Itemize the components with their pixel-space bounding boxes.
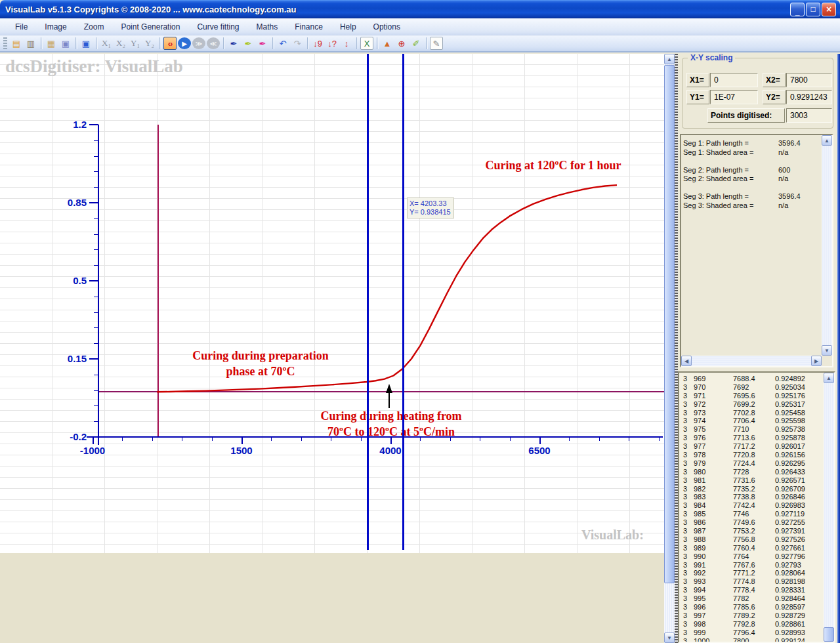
fast-forward-icon[interactable]: ≫	[192, 37, 205, 49]
table-row[interactable]: 39817731.60.926571	[679, 476, 822, 485]
table-row[interactable]: 39997796.40.928993	[679, 629, 822, 637]
table-row[interactable]: 39937774.80.928198	[679, 577, 822, 586]
scroll-down-icon[interactable]: ▼	[664, 633, 675, 643]
table-row[interactable]: 39767713.60.925878	[679, 434, 822, 442]
rewind-icon[interactable]: ≪	[207, 37, 220, 49]
toolbar-grip[interactable]	[3, 37, 7, 49]
table-row[interactable]: 39887756.80.927526	[679, 535, 822, 544]
table-row[interactable]: 398577460.927119	[679, 510, 822, 518]
menu-point-generation[interactable]: Point Generation	[112, 20, 188, 34]
x2-input[interactable]: 7800	[786, 73, 832, 87]
menu-maths[interactable]: Maths	[247, 20, 286, 34]
menu-file[interactable]: File	[7, 20, 36, 34]
y-value-cell: 0.926846	[770, 493, 822, 501]
undo-icon[interactable]: ↶	[276, 37, 289, 50]
table-row[interactable]: 39867749.60.927255	[679, 518, 822, 527]
flip-vertical-icon[interactable]: ↕	[340, 37, 353, 50]
closed-folder-icon[interactable]: ▦	[45, 37, 58, 50]
y1-point-button[interactable]: Y₁	[129, 37, 142, 50]
ink-pen-pink-icon[interactable]: ✒	[256, 37, 269, 50]
table-row[interactable]: 397577100.925738	[679, 425, 822, 434]
chart-canvas[interactable]: dcsDigitiser: VisualLab VisualLab: Curin…	[0, 54, 664, 643]
points-digitised-input[interactable]: 3003	[786, 108, 832, 123]
maximize-button[interactable]: □	[806, 3, 820, 16]
table-row[interactable]: 39777717.20.926017	[679, 442, 822, 451]
sort-descending-icon[interactable]: ↓9	[311, 37, 324, 50]
table-row[interactable]: 39947778.40.928331	[679, 586, 822, 594]
digitised-points-table[interactable]: 39697688.40.924892397076920.925034397176…	[678, 371, 835, 643]
table-row[interactable]: 39747706.40.925598	[679, 417, 822, 425]
scroll-up-icon[interactable]: ▲	[822, 135, 832, 146]
table-row[interactable]: 39847742.40.926983	[679, 501, 822, 510]
table-row[interactable]: 39697688.40.924892	[679, 375, 822, 383]
y2-input[interactable]: 0.9291243	[786, 90, 832, 104]
scroll-right-icon[interactable]: ▶	[811, 356, 822, 366]
title-bar[interactable]: VisualLab v5.1.3 Copyrights © 2008-2020 …	[0, 0, 840, 18]
scroll-up-icon[interactable]: ▲	[824, 373, 834, 383]
x1-input[interactable]: 0	[710, 73, 758, 87]
menu-options[interactable]: Options	[365, 20, 409, 34]
table-row[interactable]: 398077280.926433	[679, 468, 822, 476]
sort-query-icon[interactable]: ↓?	[326, 37, 339, 50]
menu-finance[interactable]: Finance	[286, 20, 331, 34]
segment-list-hscrollbar[interactable]: ◀ ▶	[681, 356, 822, 366]
excel-export-icon[interactable]: X	[360, 37, 373, 50]
minimize-button[interactable]: _	[790, 3, 805, 16]
table-row[interactable]: 39787720.80.926156	[679, 451, 822, 459]
y-minor-tick	[94, 234, 98, 235]
green-pen-icon[interactable]: ✐	[410, 37, 423, 50]
x2-point-button[interactable]: X₂	[114, 37, 127, 50]
play-icon[interactable]: ▶	[178, 37, 191, 49]
redo-icon[interactable]: ↷	[291, 37, 304, 50]
table-row[interactable]: 39977789.20.928729	[679, 612, 822, 620]
table-row[interactable]: 39717695.60.925176	[679, 392, 822, 400]
segment-result-label: Seg 2: Path length =	[683, 166, 778, 175]
y1-input[interactable]: 1E-07	[710, 90, 758, 104]
table-row[interactable]: 39917767.60.92793	[679, 561, 822, 570]
scroll-left-icon[interactable]: ◀	[681, 356, 692, 366]
table-row[interactable]: 39827735.20.926709	[679, 485, 822, 493]
save-icon[interactable]: ▣	[79, 37, 93, 50]
segment-result-label: Seg 1: Shaded area =	[683, 148, 778, 157]
table-row[interactable]: 39727699.20.925317	[679, 400, 822, 409]
table-row[interactable]: 39967785.60.928597	[679, 603, 822, 612]
table-row[interactable]: 39837738.80.926846	[679, 493, 822, 501]
y2-point-button[interactable]: Y₂	[143, 37, 156, 50]
table-row[interactable]: 39877753.20.927391	[679, 527, 822, 535]
scroll-up-icon[interactable]: ▲	[664, 54, 675, 64]
close-button[interactable]: ×	[822, 3, 836, 16]
shapes-icon[interactable]: ▲	[381, 37, 394, 50]
digitise-toggle-icon[interactable]: ‹›	[163, 37, 177, 50]
menu-help[interactable]: Help	[331, 20, 365, 34]
menu-zoom[interactable]: Zoom	[75, 20, 113, 34]
menu-image[interactable]: Image	[36, 20, 75, 34]
table-vscrollbar[interactable]: ▲	[824, 373, 834, 642]
table-row[interactable]: 3100078000.929124	[679, 637, 822, 643]
toolbar-separator	[75, 37, 76, 49]
x1-point-button[interactable]: X₁	[100, 37, 113, 50]
table-row[interactable]: 39797724.40.926295	[679, 459, 822, 468]
open-folder-icon[interactable]: ▤	[10, 37, 23, 50]
table-row[interactable]: 39897760.40.927661	[679, 544, 822, 552]
table-row[interactable]: 397076920.925034	[679, 383, 822, 392]
x-value-cell: 7713.6	[717, 434, 770, 442]
ink-pen-green-icon[interactable]: ✒	[242, 37, 255, 50]
table-row[interactable]: 39987792.80.928861	[679, 620, 822, 629]
clipboard-icon[interactable]: ▥	[24, 37, 37, 50]
edit-note-icon[interactable]: ✎	[430, 37, 443, 50]
table-row[interactable]: 399577820.928464	[679, 594, 822, 603]
table-row[interactable]: 39927771.20.928064	[679, 569, 822, 577]
segment-results-list[interactable]: Seg 1: Path length =3596.4Seg 1: Shaded …	[680, 134, 833, 367]
chart-scroll-thumb[interactable]	[664, 65, 675, 583]
paste-icon[interactable]: ▣	[59, 37, 72, 50]
table-row[interactable]: 399077640.927796	[679, 552, 822, 561]
segment-list-vscrollbar[interactable]: ▲ ▼	[822, 135, 832, 356]
ink-pen-blue-icon[interactable]: ✒	[227, 37, 240, 50]
scroll-down-icon[interactable]: ▼	[822, 345, 832, 356]
index-cell: 975	[688, 425, 717, 434]
chart-vertical-scrollbar[interactable]: ▲ ▼	[664, 54, 675, 643]
table-scroll-thumb[interactable]	[824, 627, 834, 642]
crosshair-icon[interactable]: ⊕	[395, 37, 408, 50]
table-row[interactable]: 39737702.80.925458	[679, 409, 822, 417]
menu-curve-fitting[interactable]: Curve fitting	[188, 20, 247, 34]
